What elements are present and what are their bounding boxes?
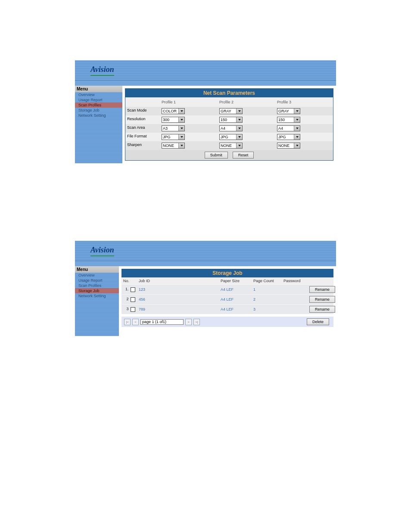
param-cell: NONE xyxy=(160,141,218,150)
chevron-down-icon xyxy=(178,117,184,122)
delete-button[interactable]: Delete xyxy=(307,318,329,325)
page-count: 1 xyxy=(252,287,282,292)
content-area: Storage Job No. Job ID Paper Size Page C… xyxy=(119,266,336,336)
row-checkbox[interactable] xyxy=(131,297,135,302)
sidebar-item-network-setting[interactable]: Network Setting xyxy=(75,293,119,299)
pager-last-button[interactable]: >| xyxy=(193,319,200,325)
resolution-select-p1[interactable]: 300 xyxy=(162,117,185,123)
rename-button[interactable]: Rename xyxy=(309,296,335,303)
page-count: 3 xyxy=(252,307,282,311)
file-format-select-p3[interactable]: JPG xyxy=(277,134,300,140)
row-number: 2 xyxy=(121,297,137,302)
pager-page-input[interactable] xyxy=(140,319,184,325)
chevron-down-icon xyxy=(236,134,242,140)
resolution-select-p2[interactable]: 150 xyxy=(219,117,243,123)
table-header-row: No. Job ID Paper Size Page Count Passwor… xyxy=(121,277,333,284)
submit-button[interactable]: Submit xyxy=(205,152,228,159)
param-cell: JPG xyxy=(218,133,275,141)
select-value: NONE xyxy=(221,143,232,148)
table-row: 2 456A4 LEF2Rename xyxy=(121,294,333,304)
col-profile-1: Profile 1 xyxy=(160,97,218,107)
chevron-down-icon xyxy=(236,126,242,131)
scan-mode-select-p3[interactable]: GRAY xyxy=(277,108,300,114)
chevron-down-icon xyxy=(178,143,184,148)
storage-job-window: Avision Menu OverviewUsage ReportScan Pr… xyxy=(75,241,336,336)
scan-mode-select-p1[interactable]: COLOR xyxy=(162,108,185,114)
chevron-down-icon xyxy=(178,109,184,114)
pager-prev-button[interactable]: < xyxy=(132,319,139,325)
scan-mode-select-p2[interactable]: GRAY xyxy=(219,108,243,114)
job-id-link[interactable]: 789 xyxy=(137,307,219,311)
scan-area-select-p1[interactable]: A3 xyxy=(162,125,185,131)
sharpen-select-p2[interactable]: NONE xyxy=(219,143,243,149)
sidebar-item-storage-job[interactable]: Storage Job xyxy=(75,288,119,293)
select-value: 150 xyxy=(278,118,285,122)
row-checkbox[interactable] xyxy=(131,307,135,312)
page-title: Storage Job xyxy=(121,269,333,277)
pager-next-button[interactable]: > xyxy=(185,319,192,325)
sidebar-item-usage-report[interactable]: Usage Report xyxy=(75,97,122,103)
sidebar-item-network-setting[interactable]: Network Setting xyxy=(75,113,122,118)
select-value: JPG xyxy=(163,135,171,139)
param-cell: GRAY xyxy=(275,107,333,115)
menu-header: Menu xyxy=(75,266,119,273)
scan-area-select-p3[interactable]: A4 xyxy=(277,125,300,131)
sidebar-item-overview[interactable]: Overview xyxy=(75,92,122,97)
row-label: Scan Area xyxy=(125,124,160,133)
chevron-down-icon xyxy=(294,109,300,114)
select-value: JPG xyxy=(278,135,286,139)
param-cell: JPG xyxy=(275,133,333,141)
row-label: Resolution xyxy=(125,115,160,124)
brand-logo: Avision xyxy=(90,65,114,76)
pager-first-button[interactable]: |< xyxy=(124,319,131,325)
chevron-down-icon xyxy=(294,134,300,140)
storage-job-table: No. Job ID Paper Size Page Count Passwor… xyxy=(121,277,333,314)
file-format-select-p1[interactable]: JPG xyxy=(162,134,185,140)
banner-divider xyxy=(75,81,336,86)
chevron-down-icon xyxy=(236,143,242,148)
resolution-select-p3[interactable]: 150 xyxy=(277,117,300,123)
param-cell: A4 xyxy=(275,124,333,133)
sidebar-item-scan-profiles[interactable]: Scan Profiles xyxy=(75,103,122,108)
param-cell: JPG xyxy=(160,133,218,141)
sharpen-select-p1[interactable]: NONE xyxy=(162,143,185,149)
select-value: GRAY xyxy=(278,109,289,113)
job-id-link[interactable]: 456 xyxy=(137,297,219,302)
row-checkbox[interactable] xyxy=(131,287,135,292)
parameters-table: Profile 1Profile 2Profile 3Scan ModeCOLO… xyxy=(125,97,333,150)
row-actions: Rename xyxy=(306,296,333,303)
chevron-down-icon xyxy=(294,126,300,131)
pager-row: |< < > >| Delete xyxy=(121,317,333,327)
param-cell: NONE xyxy=(218,141,275,150)
sidebar-item-usage-report[interactable]: Usage Report xyxy=(75,278,119,283)
scan-area-select-p2[interactable]: A4 xyxy=(219,125,243,131)
col-profile-3: Profile 3 xyxy=(275,97,333,107)
select-value: A4 xyxy=(221,126,225,131)
col-no: No. xyxy=(121,279,137,283)
rename-button[interactable]: Rename xyxy=(309,306,335,313)
col-paper: Paper Size xyxy=(219,279,252,283)
select-value: NONE xyxy=(278,143,290,148)
reset-button[interactable]: Reset xyxy=(233,152,254,159)
banner-divider xyxy=(75,261,336,266)
content-area: Net Scan Parameters Profile 1Profile 2Pr… xyxy=(122,86,336,163)
sidebar-item-overview[interactable]: Overview xyxy=(75,273,119,278)
chevron-down-icon xyxy=(178,126,184,131)
chevron-down-icon xyxy=(236,109,242,114)
sharpen-select-p3[interactable]: NONE xyxy=(277,143,300,149)
sidebar-item-scan-profiles[interactable]: Scan Profiles xyxy=(75,283,119,288)
table-row: 1. 123A4 LEF1Rename xyxy=(121,284,333,294)
sidebar-item-storage-job[interactable]: Storage Job xyxy=(75,108,122,113)
row-actions: Rename xyxy=(306,286,333,293)
page-title: Net Scan Parameters xyxy=(125,89,333,97)
select-value: 150 xyxy=(221,118,227,122)
param-cell: NONE xyxy=(275,141,333,150)
rename-button[interactable]: Rename xyxy=(309,286,335,293)
param-cell: 150 xyxy=(218,115,275,124)
col-job-id: Job ID xyxy=(137,279,219,283)
param-cell: COLOR xyxy=(160,107,218,115)
select-value: 300 xyxy=(163,118,169,122)
file-format-select-p2[interactable]: JPG xyxy=(219,134,243,140)
table-row: 3 789A4 LEF3Rename xyxy=(121,304,333,314)
job-id-link[interactable]: 123 xyxy=(137,287,219,292)
